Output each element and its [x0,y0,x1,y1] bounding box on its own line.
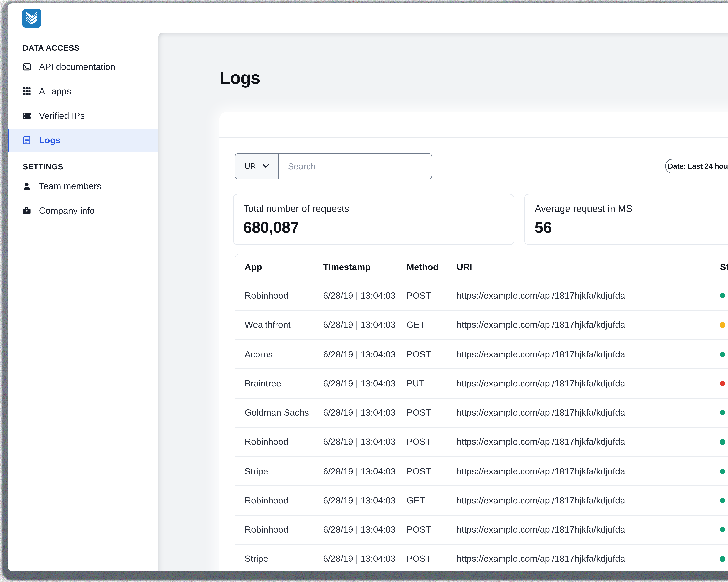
section-label-settings: SETTINGS [23,162,63,171]
column-header-app: App [244,262,262,273]
status-dot-green [720,352,725,357]
cell-app: Stripe [244,466,268,476]
status-dot-green [720,293,725,298]
cell-timestamp: 6/28/19 | 13:04:03 [323,466,396,476]
chevron-shield-logo-icon [26,12,37,25]
cell-method: GET [407,495,425,506]
status-dot-green [720,410,725,415]
main-content: Logs Export URI [158,33,728,571]
cell-uri: https://example.com/api/1817hjkfa/kdjufd… [457,525,625,535]
card-toolbar: Export [219,112,728,138]
cell-uri: https://example.com/api/1817hjkfa/kdjufd… [457,554,625,564]
table-row[interactable]: Robinhood 6/28/19 | 13:04:03 POST https:… [235,427,728,456]
briefcase-icon [23,206,31,215]
cell-timestamp: 6/28/19 | 13:04:03 [323,349,396,360]
cell-method: POST [407,290,431,301]
table-row[interactable]: Stripe 6/28/19 | 13:04:03 POST https://e… [235,544,728,571]
sidebar-item-logs[interactable]: Logs [7,128,158,152]
status-dot-green [720,498,725,503]
sidebar-item-api-documentation[interactable]: API documentation [7,55,158,79]
cell-timestamp: 6/28/19 | 13:04:03 [323,408,396,418]
status-dot-green [720,469,725,474]
date-filter-dropdown[interactable]: Date: Last 24 hours [665,159,728,173]
cell-app: Robinhood [244,290,288,301]
sidebar-item-all-apps[interactable]: All apps [7,80,158,104]
app-window: Support J DATA ACCESS API documentation … [7,4,728,571]
search-field-selector[interactable]: URI [235,154,279,179]
cell-app: Acorns [244,349,273,360]
table-header-row: App Timestamp Method URI Status Duration [235,254,728,281]
status-dot-green [720,556,725,562]
cell-timestamp: 6/28/19 | 13:04:03 [323,378,396,389]
table-row[interactable]: Robinhood 6/28/19 | 13:04:03 POST https:… [235,281,728,310]
company-logo[interactable] [22,8,41,28]
search-field-selector-value: URI [244,162,258,170]
cell-method: PUT [407,378,424,389]
stat-value: 56 [535,219,552,237]
cell-method: POST [407,437,431,447]
cell-timestamp: 6/28/19 | 13:04:03 [323,320,396,330]
section-label-data-access: DATA ACCESS [23,44,79,52]
cell-timestamp: 6/28/19 | 13:04:03 [323,290,396,301]
cell-method: POST [407,466,431,476]
sidebar-item-team-members[interactable]: Team members [7,174,158,198]
status-dot-green [720,439,725,445]
cell-app: Stripe [244,554,268,564]
search-bar: URI [235,153,432,179]
search-input[interactable] [279,154,432,179]
cell-uri: https://example.com/api/1817hjkfa/kdjufd… [457,290,625,301]
cell-method: POST [407,554,431,564]
server-icon [23,112,31,120]
sidebar-item-company-info[interactable]: Company info [7,199,158,223]
file-text-icon [23,136,31,144]
cell-uri: https://example.com/api/1817hjkfa/kdjufd… [457,495,625,506]
cell-timestamp: 6/28/19 | 13:04:03 [323,437,396,447]
status-dot-yellow [720,322,725,328]
table-row[interactable]: Braintree 6/28/19 | 13:04:03 PUT https:/… [235,368,728,398]
table-row[interactable]: Goldman Sachs 6/28/19 | 13:04:03 POST ht… [235,398,728,427]
table-row[interactable]: Wealthfront 6/28/19 | 13:04:03 GET https… [235,310,728,339]
sidebar-item-label: API documentation [39,62,115,72]
table-row[interactable]: Stripe 6/28/19 | 13:04:03 POST https://e… [235,456,728,486]
table-row[interactable]: Robinhood 6/28/19 | 13:04:03 GET https:/… [235,486,728,515]
cell-app: Wealthfront [244,320,291,330]
stat-label: Average request in MS [535,203,632,214]
chevron-down-icon [263,164,269,168]
sidebar-item-label: All apps [39,86,71,97]
top-header: Support J [7,4,728,33]
cell-uri: https://example.com/api/1817hjkfa/kdjufd… [457,408,625,418]
logs-table: App Timestamp Method URI Status Duration… [235,254,728,571]
cell-uri: https://example.com/api/1817hjkfa/kdjufd… [457,349,625,360]
column-header-status: Status [720,262,728,273]
sidebar-item-verified-ips[interactable]: Verified IPs [7,104,158,128]
cell-app: Braintree [244,378,281,389]
status-dot-red [720,381,725,386]
stat-value: 680,087 [243,219,299,237]
table-row[interactable]: Acorns 6/28/19 | 13:04:03 POST https://e… [235,339,728,368]
cell-method: GET [407,320,425,330]
sidebar: DATA ACCESS API documentation All apps V… [7,33,158,571]
sidebar-item-label: Company info [39,205,95,216]
logs-card: Export URI Date: Last 24 hours [219,112,728,571]
page-title: Logs [220,68,260,88]
cell-app: Robinhood [244,495,288,506]
stat-label: Total number of requests [243,203,349,214]
status-dot-green [720,527,725,532]
sidebar-item-label: Team members [39,181,101,192]
column-header-uri: URI [457,262,472,273]
cell-app: Robinhood [244,525,288,535]
column-header-method: Method [407,262,439,273]
cell-timestamp: 6/28/19 | 13:04:03 [323,495,396,506]
stat-card-total-requests: Total number of requests 680,087 [233,194,514,245]
table-row[interactable]: Robinhood 6/28/19 | 13:04:03 POST https:… [235,515,728,544]
cell-uri: https://example.com/api/1817hjkfa/kdjufd… [457,437,625,447]
stat-card-average-request: Average request in MS 56 [524,194,728,245]
cell-app: Goldman Sachs [244,408,309,418]
column-header-timestamp: Timestamp [323,262,370,273]
cell-timestamp: 6/28/19 | 13:04:03 [323,525,396,535]
user-icon [23,182,31,191]
grid-icon [23,87,31,95]
sidebar-item-label: Logs [39,135,60,145]
cell-method: POST [407,349,431,360]
sidebar-item-label: Verified IPs [39,111,85,121]
